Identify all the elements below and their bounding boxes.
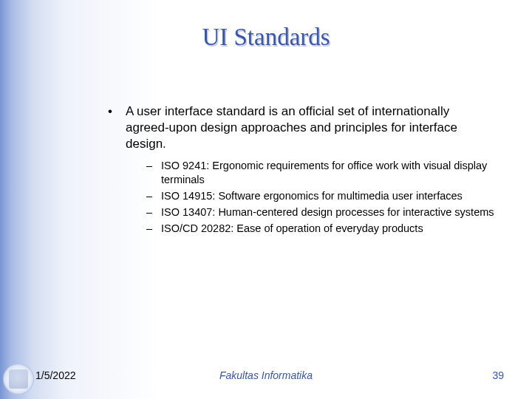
- footer-page-number: 39: [492, 369, 504, 381]
- footer-center: Fakultas Informatika: [0, 369, 532, 381]
- sub-bullet: ISO 9241: Ergonomic requirements for off…: [146, 159, 495, 187]
- slide-body: A user interface standard is an official…: [103, 103, 495, 237]
- sub-bullet: ISO/CD 20282: Ease of operation of every…: [146, 222, 495, 236]
- slide: UI Standards A user interface standard i…: [0, 0, 532, 399]
- slide-title: UI Standards: [0, 24, 532, 51]
- bullet-main: A user interface standard is an official…: [103, 103, 495, 151]
- sub-bullet: ISO 13407: Human-centered design process…: [146, 205, 495, 219]
- sub-bullet-list: ISO 9241: Ergonomic requirements for off…: [146, 159, 495, 235]
- sub-bullet: ISO 14915: Software ergonomics for multi…: [146, 189, 495, 203]
